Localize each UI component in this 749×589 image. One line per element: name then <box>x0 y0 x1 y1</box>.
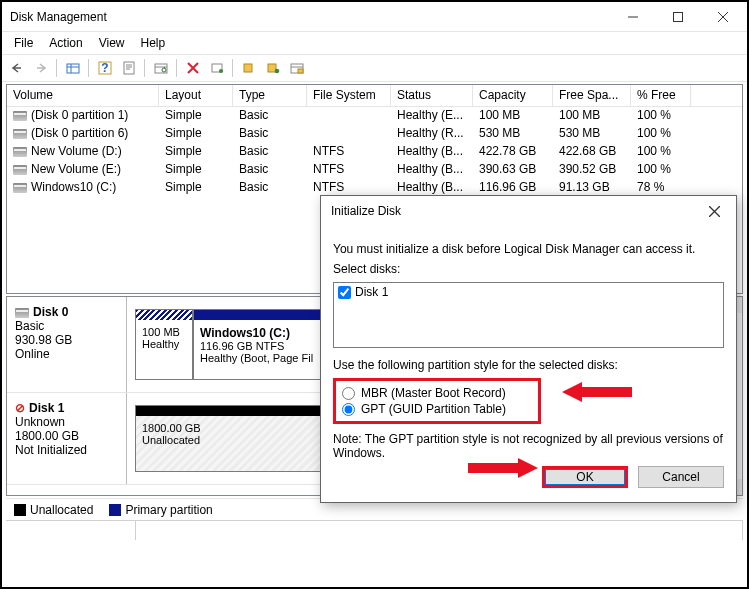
gpt-radio[interactable] <box>342 403 355 416</box>
cancel-button[interactable]: Cancel <box>638 466 724 488</box>
svg-text:?: ? <box>101 61 108 75</box>
volume-row[interactable]: (Disk 0 partition 6)SimpleBasicHealthy (… <box>7 125 742 143</box>
mbr-radio-item[interactable]: MBR (Master Boot Record) <box>342 385 532 401</box>
dialog-title: Initialize Disk <box>331 204 694 218</box>
disk0-name: Disk 0 <box>33 305 68 319</box>
disk-selection-list[interactable]: Disk 1 <box>333 282 724 348</box>
partition-style-label: Use the following partition style for th… <box>333 358 724 372</box>
disk1-checkbox-label: Disk 1 <box>355 285 388 299</box>
legend-primary: Primary partition <box>109 503 212 517</box>
detach-vhd-button[interactable] <box>286 57 308 79</box>
volume-row[interactable]: (Disk 0 partition 1)SimpleBasicHealthy (… <box>7 107 742 125</box>
annotation-arrow-1 <box>562 380 632 404</box>
volume-icon <box>13 165 27 175</box>
svg-rect-0 <box>673 12 682 21</box>
svg-rect-9 <box>244 64 252 72</box>
disk0-part1-status: Healthy <box>142 338 186 350</box>
svg-marker-15 <box>468 458 538 478</box>
gpt-radio-item[interactable]: GPT (GUID Partition Table) <box>342 401 532 417</box>
volume-row[interactable]: New Volume (E:)SimpleBasicNTFSHealthy (B… <box>7 161 742 179</box>
col-layout[interactable]: Layout <box>159 85 233 106</box>
toolbar: ? <box>2 54 747 82</box>
delete-button[interactable] <box>182 57 204 79</box>
window-title: Disk Management <box>10 10 610 24</box>
volume-icon <box>13 147 27 157</box>
show-hide-tree-button[interactable] <box>62 57 84 79</box>
mbr-label: MBR (Master Boot Record) <box>361 386 506 400</box>
legend-unalloc-label: Unallocated <box>30 503 93 517</box>
disk1-name: Disk 1 <box>29 401 64 415</box>
disk1-size: 1800.00 GB <box>15 429 118 443</box>
menu-action[interactable]: Action <box>41 34 90 52</box>
separator <box>86 57 92 79</box>
svg-rect-4 <box>124 62 134 74</box>
maximize-button[interactable] <box>655 3 700 31</box>
separator <box>54 57 60 79</box>
legend-primary-label: Primary partition <box>125 503 212 517</box>
disk-icon <box>15 308 29 318</box>
volume-icon <box>13 183 27 193</box>
annotation-arrow-2 <box>468 456 538 480</box>
disk0-part1[interactable]: 100 MB Healthy <box>135 309 193 380</box>
minimize-button[interactable] <box>610 3 655 31</box>
action-button[interactable] <box>206 57 228 79</box>
menu-view[interactable]: View <box>91 34 133 52</box>
forward-button[interactable] <box>30 57 52 79</box>
dialog-intro: You must initialize a disk before Logica… <box>333 242 724 256</box>
disk1-state: Not Initialized <box>15 443 118 457</box>
separator <box>230 57 236 79</box>
volume-icon <box>13 129 27 139</box>
disk1-checkbox-item[interactable]: Disk 1 <box>338 285 719 299</box>
status-bar <box>6 520 743 540</box>
disk1-kind: Unknown <box>15 415 118 429</box>
menu-help[interactable]: Help <box>133 34 174 52</box>
new-volume-button[interactable] <box>238 57 260 79</box>
title-bar: Disk Management <box>2 2 747 32</box>
refresh-button[interactable] <box>150 57 172 79</box>
disk0-info: Disk 0 Basic 930.98 GB Online <box>7 297 127 392</box>
mbr-radio[interactable] <box>342 387 355 400</box>
disk0-size: 930.98 GB <box>15 333 118 347</box>
svg-rect-13 <box>298 69 303 73</box>
svg-point-11 <box>275 69 280 74</box>
svg-marker-14 <box>562 382 632 402</box>
properties-button[interactable] <box>118 57 140 79</box>
attach-vhd-button[interactable] <box>262 57 284 79</box>
warning-icon: ⊘ <box>15 401 25 415</box>
col-volume[interactable]: Volume <box>7 85 159 106</box>
column-headers[interactable]: Volume Layout Type File System Status Ca… <box>7 85 742 107</box>
disk0-part1-size: 100 MB <box>142 326 186 338</box>
separator <box>174 57 180 79</box>
select-disks-label: Select disks: <box>333 262 724 276</box>
disk0-state: Online <box>15 347 118 361</box>
disk1-checkbox[interactable] <box>338 286 351 299</box>
menu-bar: File Action View Help <box>2 32 747 54</box>
svg-rect-1 <box>67 64 79 73</box>
close-button[interactable] <box>700 3 745 31</box>
dialog-close-button[interactable] <box>694 197 734 225</box>
separator <box>142 57 148 79</box>
partition-style-group: MBR (Master Boot Record) GPT (GUID Parti… <box>333 378 541 424</box>
gpt-label: GPT (GUID Partition Table) <box>361 402 506 416</box>
disk1-info: ⊘Disk 1 Unknown 1800.00 GB Not Initializ… <box>7 393 127 484</box>
svg-point-8 <box>219 69 223 73</box>
volume-icon <box>13 111 27 121</box>
dialog-titlebar: Initialize Disk <box>321 196 736 226</box>
ok-button[interactable]: OK <box>542 466 628 488</box>
col-free[interactable]: Free Spa... <box>553 85 631 106</box>
col-capacity[interactable]: Capacity <box>473 85 553 106</box>
help-button[interactable]: ? <box>94 57 116 79</box>
col-fs[interactable]: File System <box>307 85 391 106</box>
volume-rows: (Disk 0 partition 1)SimpleBasicHealthy (… <box>7 107 742 197</box>
col-status[interactable]: Status <box>391 85 473 106</box>
col-pct[interactable]: % Free <box>631 85 691 106</box>
svg-point-6 <box>162 68 166 72</box>
back-button[interactable] <box>6 57 28 79</box>
volume-row[interactable]: New Volume (D:)SimpleBasicNTFSHealthy (B… <box>7 143 742 161</box>
col-type[interactable]: Type <box>233 85 307 106</box>
legend-unallocated: Unallocated <box>14 503 93 517</box>
menu-file[interactable]: File <box>6 34 41 52</box>
disk0-kind: Basic <box>15 319 118 333</box>
